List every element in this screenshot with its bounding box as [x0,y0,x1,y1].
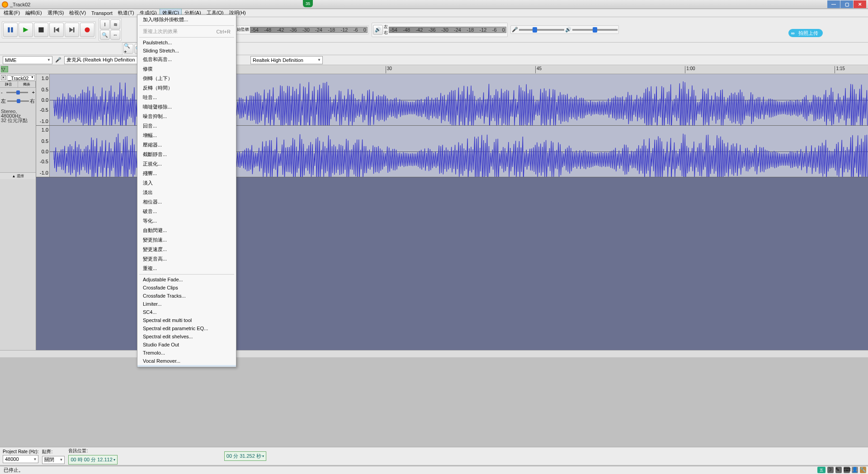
skip-end-button[interactable] [65,23,79,37]
speed-badge[interactable]: 35 [303,0,313,7]
fx-item[interactable]: SC4... [137,308,236,316]
fx-item[interactable]: 等化... [137,216,236,226]
selection-tool-icon[interactable]: I [100,19,110,29]
fx-item[interactable]: 變更速度... [137,245,236,254]
minimize-button[interactable]: — [827,0,840,8]
close-button[interactable]: ✕ [854,0,866,8]
fx-item[interactable]: Spectral edit multi tool [137,316,236,324]
fx-item[interactable]: 截斷靜音... [137,150,236,159]
tray-icon[interactable]: 👤 [852,467,858,473]
tray-icon[interactable]: ⌨ [844,467,850,473]
effects-menu: 加入/移除外掛軟體...重複上次的效果Ctrl+RPaulstretch...S… [137,14,236,367]
svg-rect-7 [73,27,75,32]
timeline-pin-button[interactable]: ▽ [1,66,8,72]
selection-end-display[interactable]: 00 分 31.252 秒▾ [224,451,266,461]
snap-label: 貼齊: [42,449,65,455]
timeshift-tool-icon[interactable]: ↔ [110,30,120,40]
output-device-combo[interactable]: Realtek High Definition [250,56,323,64]
track-collapse-button[interactable]: ▲ 選擇 [0,172,36,179]
fx-item[interactable]: 哇音... [137,93,236,102]
fx-item[interactable]: 修復 [137,64,236,74]
fx-item[interactable]: 殘響... [137,169,236,178]
fx-item[interactable]: Spectral edit parametric EQ... [137,324,236,332]
mute-button[interactable]: 靜音 [0,81,18,87]
fx-item[interactable]: 嘀噠聲移除... [137,102,236,112]
fx-item[interactable]: 倒轉（上下） [137,74,236,83]
horizontal-scrollbar[interactable] [0,350,868,357]
menu-t[interactable]: 軌道(T) [115,9,137,17]
fx-item[interactable]: 加入/移除外掛軟體... [137,15,236,24]
record-meter[interactable]: -54-48-42-36-30-24-18-12-60 [250,27,368,33]
fx-item[interactable]: Limiter... [137,300,236,308]
zoom-in-icon[interactable]: 🔍+ [123,44,133,54]
fx-item[interactable]: Paulstretch... [137,38,236,47]
project-rate-combo[interactable]: 48000 [3,455,38,463]
track-menu-dropdown[interactable]: _Track02 [7,75,35,81]
menu-e[interactable]: 編輯(E) [23,9,45,17]
fx-item[interactable]: 噪音抑制... [137,112,236,121]
fx-item[interactable]: Sliding Stretch... [137,47,236,55]
pan-slider[interactable] [7,100,29,102]
track-close-button[interactable]: ✕ [1,75,6,80]
titlebar: _Track02 35 — ▢ ✕ [0,0,868,9]
fx-item[interactable]: 淡出 [137,188,236,197]
fx-item[interactable]: 正規化... [137,159,236,169]
fx-item[interactable]: 回音... [137,121,236,131]
menu-transport[interactable]: Transport [89,9,115,17]
fx-item[interactable]: Tremolo... [137,349,236,357]
snap-combo[interactable]: 關閉 [42,456,65,464]
fx-item[interactable]: Spectral edit shelves... [137,332,236,341]
fx-item[interactable]: Crossfade Clips [137,284,236,292]
fx-item[interactable]: 人聲消除和隔離... [137,365,236,367]
fx-item[interactable]: 變更拍速... [137,235,236,245]
fx-item[interactable]: 自動閃避... [137,226,236,235]
tray-icon[interactable]: ☽ [827,467,834,473]
maximize-button[interactable]: ▢ [840,0,853,8]
menu-v[interactable]: 檢視(V) [66,9,89,17]
fx-item[interactable]: Studio Fade Out [137,341,236,349]
mic-volume-slider[interactable] [519,29,564,31]
timeline[interactable]: ▽ 30451:001:15 [0,65,868,74]
fx-item[interactable]: 壓縮器... [137,140,236,150]
fx-item[interactable]: 相位器... [137,197,236,207]
gain-slider[interactable] [6,92,28,93]
zoom-tool-icon[interactable]: 🔍 [100,30,110,40]
stop-button[interactable] [34,23,48,37]
audio-position-display[interactable]: 00 時 00 分 12.112▾ [68,455,117,465]
svg-marker-6 [69,27,73,32]
fx-item[interactable]: 反轉（時間） [137,83,236,93]
fx-item[interactable]: 低音和高音... [137,55,236,64]
solo-button[interactable]: 獨奏 [18,81,36,87]
record-button[interactable] [80,23,94,37]
fx-item[interactable]: 破音... [137,207,236,216]
fx-item[interactable]: Vocal Remover... [137,357,236,365]
fx-item[interactable]: 淡入 [137,178,236,188]
track-control-panel: ✕ _Track02 靜音 獨奏 - + 左 右 Stereo, 48000Hz… [0,74,36,350]
skip-start-button[interactable] [49,23,64,37]
input-device-combo[interactable]: 麦克风 (Realtek High Definition [64,56,146,64]
playback-meter[interactable]: -54-48-42-36-30-24-18-12-60 [389,27,506,33]
fx-item[interactable]: 重複... [137,264,236,273]
playback-meter-group: 🔊 左右 -54-48-42-36-30-24-18-12-60 [372,23,508,37]
ime-wubi-icon[interactable]: 五 [817,467,826,473]
tray-icon[interactable]: 🔧 [860,467,866,473]
audio-host-combo[interactable]: MME [3,56,52,64]
menu-f[interactable]: 檔案(F) [1,9,23,17]
fx-item[interactable]: 變更音高... [137,254,236,264]
output-volume-slider[interactable] [572,29,618,31]
tray-icon[interactable]: ✎ [835,467,842,473]
timeline-tick: 30 [386,66,392,73]
play-button[interactable] [19,23,33,37]
upload-badge[interactable]: 拍照上传 [788,29,823,37]
fx-item[interactable]: 增幅... [137,131,236,140]
fx-item[interactable]: Crossfade Tracks... [137,292,236,300]
svg-rect-3 [38,27,43,32]
envelope-tool-icon[interactable]: ≋ [110,19,120,29]
pan-right-label: 右 [30,98,35,104]
edit-group: 始監聽 -54-48-42-36-30-24-18-12-60 [236,25,369,34]
status-bar: 已停止。 [0,466,868,474]
fx-item[interactable]: Adjustable Fade... [137,275,236,284]
menu-s[interactable]: 選擇(S) [45,9,67,17]
pause-button[interactable] [3,23,18,37]
timeline-tick: 45 [535,66,542,73]
